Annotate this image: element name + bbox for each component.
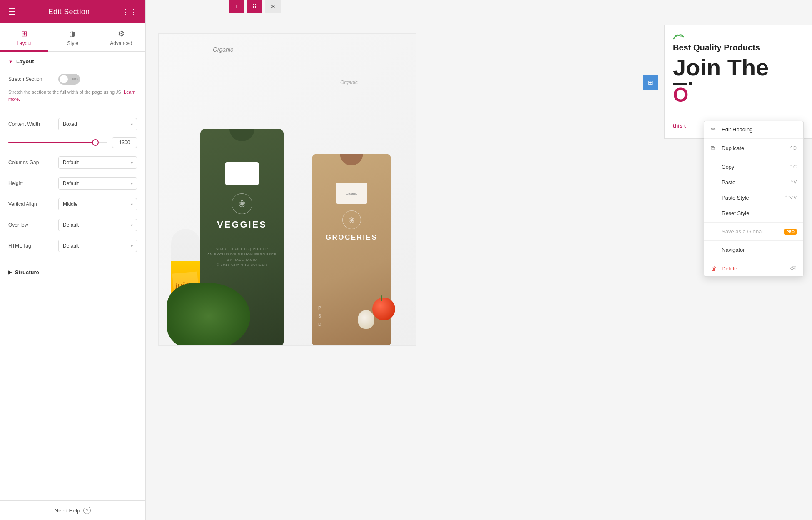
section-handle-icon: ⊞ [648, 79, 653, 86]
ctx-save-global-left: Save as a Global [711, 228, 763, 235]
move-section-button[interactable]: ⠿ [247, 0, 262, 13]
html-tag-select-wrap: Default header main footer article secti… [58, 240, 137, 252]
product-display: ❀ VEGGIES SHARE OBJECTS | PO-HERAN EXCLU… [158, 33, 416, 346]
ctx-save-global-label: Save as a Global [722, 228, 763, 235]
tab-advanced[interactable]: ⚙ Advanced [97, 23, 145, 52]
overflow-label: Overflow [8, 222, 54, 228]
delete-icon: 🗑 [711, 265, 717, 272]
width-slider-fill [8, 142, 95, 143]
ctx-delete-left: 🗑 Delete [711, 265, 737, 272]
ctx-copy-shortcut: ⌃C [790, 164, 797, 170]
sidebar: ☰ Edit Section ⋮⋮ ⊞ Layout ◑ Style ⚙ Adv… [0, 0, 146, 520]
ctx-duplicate-left: ⧉ Duplicate [711, 145, 744, 152]
brown-bag-text: GROCERIES [326, 233, 378, 242]
green-bag-text: VEGGIES [217, 219, 267, 230]
garlic-decoration [358, 310, 374, 329]
layout-collapse-arrow: ▼ [8, 59, 13, 64]
ctx-delete[interactable]: 🗑 Delete ⌫ [704, 260, 803, 276]
ctx-duplicate-shortcut: ⌃D [790, 145, 797, 151]
ctx-delete-shortcut: ⌫ [790, 266, 797, 271]
ctx-save-global: Save as a Global PRO [704, 224, 803, 239]
sidebar-header: ☰ Edit Section ⋮⋮ [0, 0, 145, 23]
leaf-icon [673, 33, 685, 40]
structure-section-title: Structure [15, 269, 39, 275]
edit-icon: ✏ [711, 126, 717, 132]
content-width-select[interactable]: Boxed Full Width [58, 118, 137, 130]
layout-section-header[interactable]: ▼ Layout [0, 52, 145, 70]
layout-tab-icon: ⊞ [21, 29, 27, 38]
right-panel-header: Best Quality Products [665, 25, 812, 56]
hamburger-icon[interactable]: ☰ [8, 7, 16, 17]
layout-section-title: Layout [16, 58, 34, 65]
stretch-section-label: Stretch Section [8, 76, 54, 82]
add-section-button[interactable]: + [229, 0, 244, 13]
greens-decoration [167, 283, 250, 346]
close-section-button[interactable]: ✕ [265, 0, 281, 13]
ctx-navigator-left: Navigator [711, 247, 745, 253]
right-panel-big-text: Join The The [665, 56, 812, 85]
ctx-duplicate-label: Duplicate [722, 145, 744, 151]
stretch-section-row: Stretch Section NO [0, 70, 145, 89]
right-panel-medium-text: O [673, 85, 803, 105]
width-slider-track[interactable] [8, 142, 107, 143]
advanced-tab-label: Advanced [110, 40, 132, 46]
sidebar-content: ▼ Layout Stretch Section NO Stretch the … [0, 52, 145, 500]
columns-gap-select[interactable]: Default No Gap Narrow Wide [58, 156, 137, 169]
width-slider-thumb[interactable] [92, 139, 99, 146]
ctx-delete-label: Delete [722, 265, 737, 272]
ctx-edit-heading-label: Edit Heading [722, 126, 752, 132]
tabs: ⊞ Layout ◑ Style ⚙ Advanced [0, 23, 145, 52]
ctx-paste-style-label: Paste Style [722, 195, 749, 201]
stretch-desc-text: Stretch the section to the full width of… [8, 90, 122, 95]
structure-section-header[interactable]: ▶ Structure [0, 263, 145, 281]
ctx-reset-style-left: Reset Style [711, 210, 749, 216]
ctx-paste-style[interactable]: Paste Style ⌃⌥V [704, 190, 803, 205]
html-tag-select[interactable]: Default header main footer article secti… [58, 240, 137, 252]
ctx-reset-style-label: Reset Style [722, 210, 749, 216]
context-menu: ✏ Edit Heading ⧉ Duplicate ⌃D Copy ⌃C Pa… [704, 121, 804, 277]
main-canvas: + ⠿ ✕ ❀ VEGGIES SHARE OBJECTS | PO-HERAN… [146, 0, 812, 520]
top-bar: + ⠿ ✕ [229, 0, 281, 13]
columns-gap-row: Columns Gap Default No Gap Narrow Wide ▾ [0, 152, 145, 173]
section-handle[interactable]: ⊞ [643, 75, 658, 90]
vertical-align-label: Vertical Align [8, 201, 54, 207]
ctx-paste-left: Paste [711, 179, 735, 185]
ctx-divider-2 [704, 158, 803, 158]
green-bag-emblem: ❀ [232, 193, 252, 214]
add-icon: + [235, 3, 238, 10]
ctx-paste[interactable]: Paste ⌃V [704, 175, 803, 190]
columns-gap-select-wrap: Default No Gap Narrow Wide ▾ [58, 156, 137, 169]
style-tab-label: Style [67, 40, 78, 46]
ctx-copy-left: Copy [711, 164, 734, 170]
vertical-align-select[interactable]: Top Middle Bottom [58, 198, 137, 210]
ctx-copy[interactable]: Copy ⌃C [704, 159, 803, 175]
toggle-no-text: NO [72, 77, 78, 81]
structure-collapse-arrow: ▶ [8, 270, 12, 275]
content-width-row: Content Width Boxed Full Width ▾ [0, 114, 145, 135]
width-slider-input[interactable] [112, 137, 137, 148]
advanced-tab-icon: ⚙ [118, 29, 125, 38]
ctx-paste-style-shortcut: ⌃⌥V [785, 195, 797, 200]
layout-tab-label: Layout [17, 40, 32, 46]
height-row: Height Default Fit To Screen Min Height … [0, 173, 145, 194]
ctx-paste-label: Paste [722, 179, 735, 185]
tab-style[interactable]: ◑ Style [48, 23, 97, 52]
ctx-edit-heading[interactable]: ✏ Edit Heading [704, 121, 803, 137]
overflow-select[interactable]: Default Hidden [58, 219, 137, 231]
brown-bag-label: Organic [336, 183, 367, 204]
grid-icon[interactable]: ⋮⋮ [122, 7, 137, 16]
tab-layout[interactable]: ⊞ Layout [0, 23, 48, 52]
sidebar-footer[interactable]: Need Help ? [0, 500, 145, 520]
ctx-navigator[interactable]: Navigator [704, 242, 803, 258]
stretch-section-desc: Stretch the section to the full width of… [0, 89, 145, 107]
need-help-text: Need Help [55, 508, 80, 514]
tomato-decoration [372, 298, 395, 320]
ctx-reset-style[interactable]: Reset Style [704, 205, 803, 221]
height-select[interactable]: Default Fit To Screen Min Height [58, 177, 137, 190]
ctx-duplicate[interactable]: ⧉ Duplicate ⌃D [704, 140, 803, 156]
pro-badge: PRO [784, 229, 797, 235]
vertical-align-select-wrap: Top Middle Bottom ▾ [58, 198, 137, 210]
content-width-label: Content Width [8, 121, 54, 127]
organic-text-1: Organic [213, 46, 233, 53]
stretch-section-toggle[interactable]: NO [58, 74, 80, 85]
